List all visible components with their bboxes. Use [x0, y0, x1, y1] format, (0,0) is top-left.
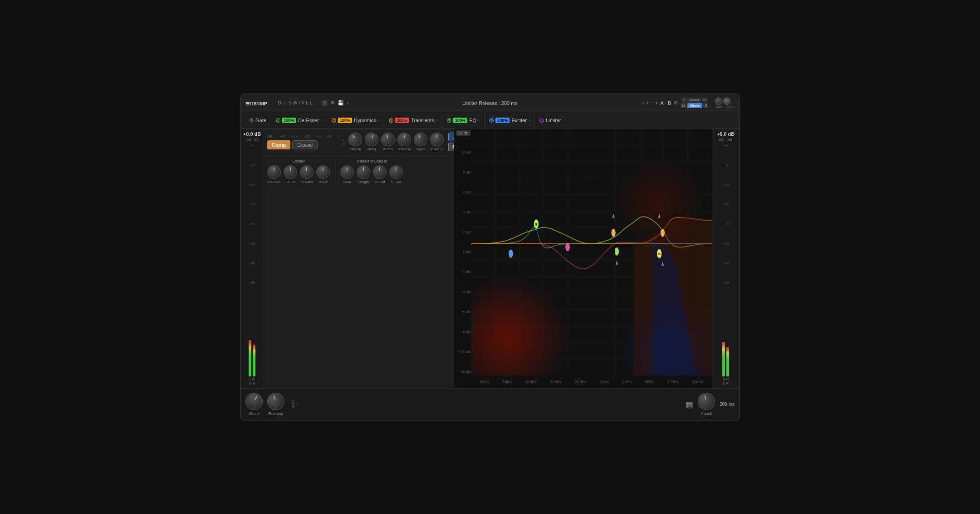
thresh-knob-group: Thresh	[348, 133, 362, 151]
freq-labels: 20Hz 50Hz 100Hz 200Hz 500Hz 1kHz 2kHz 5k…	[471, 376, 712, 388]
bottom-strip: Ratio Release ADV › ▦ Attack 200 ms	[241, 388, 739, 420]
module-gate[interactable]: ⏻ Gate	[245, 112, 271, 128]
lo-gain-knob[interactable]	[267, 165, 281, 179]
ts-gain-knob[interactable]	[340, 165, 354, 179]
adv-arrow[interactable]: ›	[296, 402, 298, 407]
redo-btn[interactable]: ↪	[653, 100, 657, 106]
release-label: Release	[398, 147, 411, 151]
vu-lr-labels: L R	[249, 377, 255, 381]
vu-gr-labels: G R	[249, 381, 255, 386]
deesser-power[interactable]: ⏻	[276, 118, 280, 123]
right-vu-bars	[720, 286, 732, 376]
lo-hz-group: Lo Hz	[284, 165, 297, 184]
comp-button[interactable]: Comp	[267, 140, 290, 149]
r-btn[interactable]: R	[702, 98, 707, 103]
width-color-section: St Width Color	[711, 98, 735, 109]
limiter-power[interactable]: ⏻	[539, 118, 544, 123]
right-vu-bar-r	[726, 347, 729, 376]
ts-hicut-label: Hi Cut	[391, 180, 401, 184]
bottom-attack-group: Attack	[698, 393, 715, 416]
st-width-knob[interactable]	[715, 98, 722, 105]
eq-svg: TR DS	[471, 128, 712, 376]
color-knob[interactable]	[723, 98, 730, 105]
right-vu-labels: G R	[722, 377, 729, 381]
bottom-ratio-knob[interactable]	[242, 390, 266, 413]
vu-top-inf: -Inf 0.0	[245, 138, 259, 142]
db-neg12: −12 dB	[455, 370, 470, 374]
vu-bar-r	[253, 345, 255, 376]
gate-power[interactable]: ⏻	[249, 118, 254, 123]
s-btn[interactable]: S	[703, 103, 708, 108]
compare-b[interactable]: B	[668, 100, 671, 106]
deesser-pct: 100%	[282, 118, 296, 123]
dynamics-power[interactable]: ⏻	[332, 118, 336, 123]
module-limiter[interactable]: ⏻ Limiter	[535, 112, 565, 128]
undo-btn[interactable]: ↩	[647, 100, 651, 106]
exciter-chevron: ›	[529, 118, 530, 123]
save-icon[interactable]: 💾	[338, 100, 344, 106]
m-btn[interactable]: M	[681, 103, 686, 108]
freq-20hz: 20Hz	[480, 380, 489, 384]
output-top-inf: 0.0 -Inf	[719, 138, 732, 142]
ratio-knob[interactable]	[363, 131, 380, 148]
ts-hicut-group: Hi Cut	[389, 165, 403, 184]
transient-shaper-knobs: Gain Length Lo Cut Hi Cut	[340, 165, 403, 184]
hi-gain-knob[interactable]	[300, 165, 314, 179]
mono-btn[interactable]: Mono	[687, 98, 701, 103]
thresh-knob[interactable]	[346, 130, 365, 149]
hi-hz-knob[interactable]	[316, 165, 330, 179]
release-knob[interactable]	[397, 132, 412, 148]
ts-length-label: Length	[358, 180, 369, 184]
freq-500hz: 500Hz	[575, 380, 587, 384]
expand-button[interactable]: Expand	[292, 140, 318, 149]
ts-gain-group: Gain	[340, 165, 354, 184]
nav-left[interactable]: ‹	[347, 100, 348, 106]
nav-right[interactable]: ›	[642, 100, 644, 106]
ts-length-group: Length	[357, 165, 370, 184]
vu-scale-right: −6−12−18−24−30−36−42−48	[723, 143, 729, 286]
input-level-display: +0.0 dB	[243, 131, 261, 137]
eq-power[interactable]: ⏻	[447, 118, 451, 123]
module-exciter[interactable]: ⏻ 100% Exciter ›	[485, 112, 535, 128]
ts-hicut-knob[interactable]	[389, 165, 403, 179]
attack-label: Attack	[383, 147, 393, 151]
vu-scale-left: −6−12−18−24−30−36−42−48	[249, 143, 255, 286]
settings-icon[interactable]: ⚙	[330, 100, 335, 106]
help-icon[interactable]: ?	[321, 100, 328, 106]
l-btn[interactable]: L	[682, 98, 686, 103]
bottom-release-knob[interactable]	[265, 390, 287, 413]
module-eq[interactable]: ⏻ 100% EQ ›	[442, 112, 485, 128]
freq-20khz: 20kHz	[692, 380, 704, 384]
freq-200hz: 200Hz	[550, 380, 562, 384]
transients-label: Transients	[411, 118, 434, 123]
makeup-knob[interactable]	[430, 133, 444, 146]
limiter-label: Limiter	[546, 118, 561, 123]
exciter-power[interactable]: ⏻	[489, 118, 494, 123]
compare-a[interactable]: A	[660, 100, 663, 106]
ts-length-knob[interactable]	[357, 165, 370, 179]
module-deesser[interactable]: ⏻ 100% De-Esser ›	[271, 112, 327, 128]
ts-locut-group: Lo Cut	[373, 165, 387, 184]
lo-hz-knob[interactable]	[284, 165, 297, 179]
freq-100hz: 100Hz	[525, 380, 537, 384]
fx-knobs-row: Exciter Lo Gain Lo Hz Hi Gain	[264, 156, 454, 388]
knee-knob[interactable]	[412, 131, 429, 148]
makeup-label: Makeup	[431, 147, 443, 151]
attack-knob-group: Attack	[381, 133, 395, 151]
adv-label: ADV	[291, 400, 295, 409]
meter-icon[interactable]: ▦	[686, 400, 693, 410]
bottom-ratio-group: Ratio	[245, 393, 263, 416]
ts-locut-knob[interactable]	[373, 165, 387, 179]
stereo-btn[interactable]: Stereo	[687, 103, 703, 108]
db-2: 2 dB	[455, 230, 470, 234]
output-level-display: +0.0 dB	[717, 131, 735, 137]
db-neg10: −10 dB	[455, 350, 470, 354]
module-dynamics[interactable]: ⏻ 100% Dynamics ›	[327, 112, 384, 128]
hi-gain-group: Hi Gain	[300, 165, 314, 184]
module-transients[interactable]: ⏻ 100% Transients ›	[384, 112, 442, 128]
attack-knob[interactable]	[380, 132, 396, 148]
transients-power[interactable]: ⏻	[389, 118, 393, 123]
bottom-attack-knob[interactable]	[696, 391, 717, 412]
bypass-icon[interactable]: ⊘	[674, 100, 678, 106]
exciter-knobs: Lo Gain Lo Hz Hi Gain Hi Hz	[267, 165, 330, 184]
